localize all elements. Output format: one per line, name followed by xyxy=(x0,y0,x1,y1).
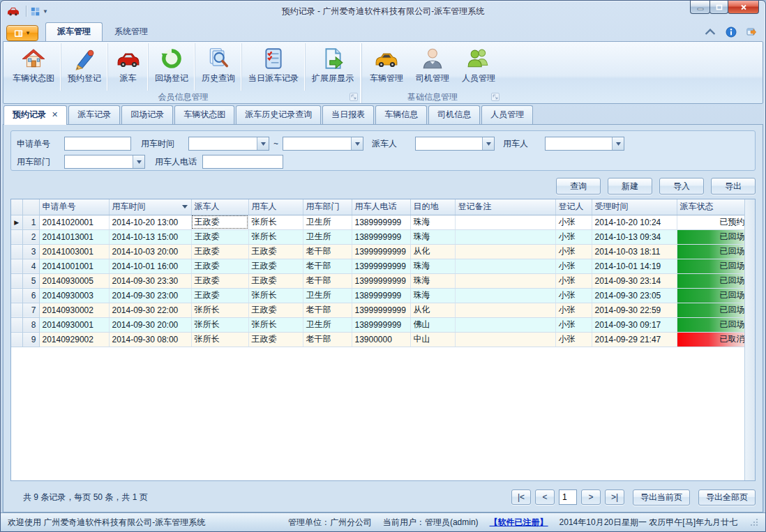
new-button[interactable]: 新建 xyxy=(608,178,652,195)
document-tab-派车历史记录查询[interactable]: 派车历史记录查询 xyxy=(236,105,321,124)
cell-dept[interactable]: 老干部 xyxy=(303,303,352,317)
ribbon-button-人员管理[interactable]: 人员管理 xyxy=(456,43,502,91)
cell-user[interactable]: 张所长 xyxy=(248,288,303,303)
collapse-ribbon-icon[interactable] xyxy=(705,26,716,38)
ribbon-button-历史查询[interactable]: 历史查询 xyxy=(195,43,241,91)
ribbon-tab-派车管理[interactable]: 派车管理 xyxy=(45,22,103,41)
column-header-受理时间[interactable]: 受理时间 xyxy=(592,199,677,215)
cell-status[interactable]: 已回场 xyxy=(677,244,744,259)
cell-note[interactable] xyxy=(455,215,555,229)
cell-user[interactable]: 王政委 xyxy=(248,244,303,259)
chevron-down-icon[interactable] xyxy=(133,155,144,168)
chevron-down-icon[interactable] xyxy=(482,137,494,150)
cell-accepted[interactable]: 2014-10-03 18:11 xyxy=(592,244,677,259)
ribbon-button-车辆状态图[interactable]: 车辆状态图 xyxy=(6,43,61,91)
cell-order[interactable]: 20140930005 xyxy=(39,273,109,288)
cell-dest[interactable]: 珠海 xyxy=(410,288,455,303)
cell-dest[interactable]: 珠海 xyxy=(410,229,455,244)
cell-dept[interactable]: 老干部 xyxy=(303,244,352,259)
cell-dest[interactable]: 从化 xyxy=(410,244,455,259)
cell-order[interactable]: 20141003001 xyxy=(39,244,109,259)
cell-dispatcher[interactable]: 张所长 xyxy=(191,332,248,347)
cell-dispatcher[interactable]: 张所长 xyxy=(191,303,248,317)
about-icon[interactable] xyxy=(746,26,758,38)
cell-time[interactable]: 2014-10-13 15:00 xyxy=(109,229,191,244)
ribbon-button-当日派车记录[interactable]: 当日派车记录 xyxy=(241,43,305,91)
dialog-launcher-icon[interactable] xyxy=(350,93,358,101)
cell-note[interactable] xyxy=(455,317,555,332)
export-button[interactable]: 导出 xyxy=(711,178,756,195)
column-header-登记备注[interactable]: 登记备注 xyxy=(455,199,555,215)
cell-user[interactable]: 张所长 xyxy=(248,229,303,244)
use-time-to-combo[interactable] xyxy=(283,137,363,151)
document-tab-当日报表[interactable]: 当日报表 xyxy=(322,105,374,124)
cell-user[interactable]: 张所长 xyxy=(248,215,303,229)
cell-registrar[interactable]: 小张 xyxy=(555,332,592,347)
cell-status[interactable]: 已回场 xyxy=(677,303,744,317)
cell-registrar[interactable]: 小张 xyxy=(555,259,592,273)
table-row[interactable]: 8201409300012014-09-30 20:00张所长张所长卫生所138… xyxy=(11,317,744,332)
cell-accepted[interactable]: 2014-09-30 22:59 xyxy=(592,303,677,317)
ribbon-button-车辆管理[interactable]: 车辆管理 xyxy=(363,43,410,91)
cell-dispatcher[interactable]: 王政委 xyxy=(191,273,248,288)
cell-order[interactable]: 20140929002 xyxy=(39,332,109,347)
cell-registrar[interactable]: 小张 xyxy=(555,303,592,317)
ribbon-tab-系统管理[interactable]: 系统管理 xyxy=(103,22,160,41)
column-header-用车人电话[interactable]: 用车人电话 xyxy=(352,199,410,215)
cell-phone[interactable]: 13999999999 xyxy=(352,244,410,259)
table-row[interactable]: ▶1201410200012014-10-20 13:00王政委张所长卫生所13… xyxy=(11,215,744,229)
cell-time[interactable]: 2014-09-30 23:30 xyxy=(109,273,191,288)
import-button[interactable]: 导入 xyxy=(659,178,704,195)
last-page-button[interactable]: >| xyxy=(605,489,624,505)
cell-phone[interactable]: 1389999999 xyxy=(352,215,410,229)
cell-phone[interactable]: 13999999999 xyxy=(352,273,410,288)
cell-phone[interactable]: 1389999999 xyxy=(352,229,410,244)
cell-dispatcher[interactable]: 王政委 xyxy=(191,215,248,229)
cell-dest[interactable]: 珠海 xyxy=(410,259,455,273)
cell-time[interactable]: 2014-09-30 20:00 xyxy=(109,317,191,332)
cell-status[interactable]: 已回场 xyxy=(677,259,744,273)
cell-note[interactable] xyxy=(455,273,555,288)
cell-phone[interactable]: 1389999999 xyxy=(352,288,410,303)
cell-order[interactable]: 20141001001 xyxy=(39,259,109,273)
cell-phone[interactable]: 13900000 xyxy=(352,332,410,347)
cell-dept[interactable]: 卫生所 xyxy=(303,288,352,303)
minimize-button[interactable] xyxy=(690,1,710,14)
close-tab-icon[interactable]: ✕ xyxy=(52,110,58,119)
table-row[interactable]: 3201410030012014-10-03 20:00王政委王政委老干部139… xyxy=(11,244,744,259)
first-page-button[interactable]: |< xyxy=(511,489,531,505)
cell-phone[interactable]: 1389999999 xyxy=(352,317,410,332)
cell-note[interactable] xyxy=(455,259,555,273)
table-row[interactable]: 7201409300022014-09-30 22:00张所长王政委老干部139… xyxy=(11,303,744,317)
cell-accepted[interactable]: 2014-10-01 14:19 xyxy=(592,259,677,273)
column-header-派车状态[interactable]: 派车状态 xyxy=(677,199,744,215)
document-tab-车辆信息[interactable]: 车辆信息 xyxy=(375,105,427,124)
cell-dept[interactable]: 老干部 xyxy=(303,259,352,273)
cell-dispatcher[interactable]: 王政委 xyxy=(191,259,248,273)
cell-status[interactable]: 已回场 xyxy=(677,273,744,288)
table-row[interactable]: 2201410130012014-10-13 15:00王政委张所长卫生所138… xyxy=(11,229,744,244)
cell-registrar[interactable]: 小张 xyxy=(555,229,592,244)
chevron-down-icon[interactable] xyxy=(612,137,624,150)
cell-time[interactable]: 2014-10-03 20:00 xyxy=(109,244,191,259)
cell-accepted[interactable]: 2014-09-29 21:47 xyxy=(592,332,677,347)
vertical-scrollbar[interactable] xyxy=(744,199,755,480)
document-tab-人员管理[interactable]: 人员管理 xyxy=(481,105,533,124)
cell-phone[interactable]: 13999999999 xyxy=(352,259,410,273)
close-button[interactable] xyxy=(728,1,759,14)
column-header-用车时间[interactable]: 用车时间 xyxy=(109,199,191,215)
cell-user[interactable]: 王政委 xyxy=(248,273,303,288)
cell-time[interactable]: 2014-09-30 08:00 xyxy=(109,332,191,347)
cell-accepted[interactable]: 2014-10-20 10:24 xyxy=(592,215,677,229)
table-row[interactable]: 5201409300052014-09-30 23:30王政委王政委老干部139… xyxy=(11,273,744,288)
dispatcher-combo[interactable] xyxy=(415,137,495,151)
cell-status[interactable]: 已取消 xyxy=(677,332,744,347)
ribbon-button-回场登记[interactable]: 回场登记 xyxy=(148,43,195,91)
column-header-用车人[interactable]: 用车人 xyxy=(248,199,303,215)
cell-dest[interactable]: 珠海 xyxy=(410,273,455,288)
cell-user[interactable]: 王政委 xyxy=(248,303,303,317)
use-time-from-combo[interactable] xyxy=(188,137,269,151)
cell-dispatcher[interactable]: 王政委 xyxy=(191,288,248,303)
cell-dept[interactable]: 卫生所 xyxy=(303,317,352,332)
column-header-用车部门[interactable]: 用车部门 xyxy=(303,199,352,215)
